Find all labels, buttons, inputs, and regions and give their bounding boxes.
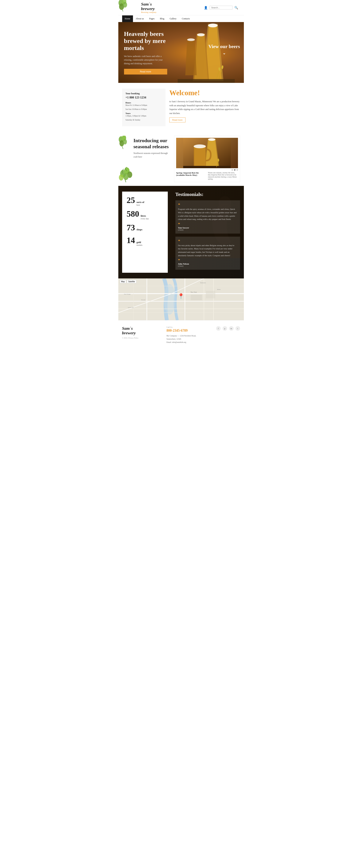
hops-decoration-seasonal-bottom — [118, 166, 136, 183]
stat-medals: 14 gold medals — [127, 236, 163, 246]
map-marker: 📍 — [178, 293, 184, 299]
map-svg: New York Newark East Orange Jersey City … — [118, 278, 244, 320]
footer-social-icons: f p in t — [211, 326, 240, 331]
logo[interactable]: Sam`sbrewery Brewing company — [141, 2, 157, 13]
svg-rect-50 — [118, 278, 244, 320]
hops-decoration-seasonal-top — [118, 136, 130, 151]
footer-contact: Call Us: 800-2345-6789 My Company — 1234… — [166, 326, 207, 344]
svg-text:Bronx: Bronx — [217, 289, 221, 290]
nav-item-pages[interactable]: Pages — [147, 16, 157, 22]
hero-title: Heavenly beers brewed by mere mortals — [124, 30, 167, 51]
footer-phone[interactable]: 800-2345-6789 — [166, 329, 207, 333]
map-controls: Map Satellite — [120, 280, 136, 283]
quote-close-1: ❞ — [178, 222, 180, 226]
quote-open-2: ❝ — [178, 239, 180, 243]
view-beers-cta[interactable]: View our beers ⌄ — [208, 44, 240, 55]
testimonial-2-text: I'm very picky about tripels and other B… — [178, 244, 238, 257]
footer-call-label: Call Us: — [166, 326, 207, 328]
nav-item-gallery[interactable]: Gallery — [167, 16, 179, 22]
testimonials-title: Testimonials: — [175, 192, 240, 197]
svg-point-7 — [208, 24, 218, 27]
nav-item-blog[interactable]: Blog — [157, 16, 167, 22]
svg-point-26 — [123, 173, 129, 180]
footer-address-2: Somewhere, 12345 — [166, 337, 207, 341]
seasonal-description: Northwest seasons expressed through craf… — [134, 152, 170, 159]
tour-phone: +1 800 123 1234 — [126, 96, 162, 99]
main-nav: Home About us Pages Blog Gallery Contact… — [118, 16, 244, 22]
testimonial-1-text: Fragrant with the spicy aromas of clove,… — [178, 208, 238, 221]
svg-rect-34 — [194, 146, 205, 166]
dot-2[interactable] — [234, 169, 235, 171]
social-pinterest[interactable]: p — [223, 326, 227, 331]
stats-overlay: 25 sorts of beer 580 litres every day 73 — [118, 186, 244, 278]
hours-label: Hours — [126, 101, 162, 104]
svg-text:Manhattan: Manhattan — [200, 282, 206, 284]
footer-brand-name: Sam`sbrewery — [122, 326, 163, 335]
seasonal-beer-card: Spring: Imperial Red Ale (available Marc… — [174, 136, 240, 182]
view-beers-arrow: ⌄ — [208, 51, 240, 55]
svg-rect-17 — [178, 79, 235, 83]
welcome-text: to Sam`s brewery in Grand Marais, Minnes… — [169, 100, 240, 115]
welcome-section: Tour booking +1 800 123 1234 Hours Mon-F… — [118, 83, 244, 132]
tour-booking-label: Tour booking — [126, 92, 162, 95]
hours-weekday: Mon-Fri 11:00am to 9:00pm — [126, 104, 162, 106]
nav-item-about[interactable]: About us — [133, 16, 147, 22]
beer-mugs-svg — [183, 138, 231, 168]
footer-address-1: My Company — 1234 Nowhere Road, — [166, 334, 207, 337]
stat-shops: 73 shops — [127, 223, 163, 232]
nav-item-home[interactable]: Home — [122, 16, 133, 22]
tours-days: Saturday & Sunday — [126, 119, 162, 121]
brand-tagline: Brewing company — [141, 11, 157, 13]
testimonial-2-author: John Nelson — [178, 263, 238, 265]
stats-box: 25 sorts of beer 580 litres every day 73 — [122, 192, 168, 273]
map-placeholder: New York Newark East Orange Jersey City … — [118, 278, 244, 320]
carousel-dots — [176, 169, 238, 171]
svg-text:Jersey City: Jersey City — [128, 307, 134, 308]
tour-booking-box: Tour booking +1 800 123 1234 Hours Mon-F… — [122, 89, 166, 126]
hops-decoration-top — [118, 0, 130, 12]
svg-text:New York: New York — [191, 291, 197, 293]
quote-open-1: ❝ — [178, 203, 180, 207]
beer-caption: Spring: Imperial Red Ale (available Marc… — [176, 172, 206, 176]
testimonial-1: ❝ Fragrant with the spicy aromas of clov… — [175, 200, 240, 234]
testimonial-2: ❝ I'm very picky about tripels and other… — [175, 237, 240, 270]
quote-close-2: ❞ — [178, 258, 180, 263]
footer-logo: Sam`sbrewery © 2016 | Privacy Policy — [122, 326, 163, 339]
hero-read-more-button[interactable]: Read more — [124, 69, 167, 74]
brand-name: Sam`sbrewery — [141, 2, 157, 11]
search-icon[interactable]: 🔍 — [234, 6, 238, 9]
svg-point-10 — [197, 33, 205, 36]
welcome-title: Welcome! — [169, 89, 240, 97]
testimonial-1-role: (client) — [178, 229, 238, 231]
welcome-content: Welcome! to Sam`s brewery in Grand Marai… — [169, 89, 240, 126]
svg-rect-71 — [206, 291, 215, 299]
map-tab[interactable]: Map — [120, 280, 126, 283]
user-icon[interactable]: 👤 — [204, 6, 208, 9]
svg-text:Newark: Newark — [141, 299, 145, 301]
social-linkedin[interactable]: in — [229, 326, 233, 331]
testimonial-1-author: Tom Sawyer — [178, 226, 238, 229]
social-twitter[interactable]: t — [235, 326, 240, 331]
dot-1[interactable] — [231, 169, 233, 171]
beer-description: Warm one minute, stormy the next, this I… — [208, 172, 238, 180]
stat-litres: 580 litres every day — [127, 209, 163, 220]
welcome-read-more-button[interactable]: Read more — [169, 118, 185, 122]
seasonal-section: Introducing our seasonal releases Northw… — [118, 132, 244, 186]
svg-point-35 — [194, 145, 206, 148]
seasonal-title: Introducing our seasonal releases — [134, 137, 170, 149]
svg-point-3 — [123, 2, 127, 8]
hero-description: We brew authentic craft beers and offer … — [124, 55, 167, 66]
beer-image — [176, 138, 238, 168]
footer-copyright: © 2016 | Privacy Policy — [122, 337, 163, 339]
dot-3[interactable] — [236, 169, 238, 171]
header-icons: 👤 🔍 — [204, 6, 238, 9]
svg-line-4 — [122, 9, 123, 11]
search-input[interactable] — [210, 6, 232, 9]
social-facebook[interactable]: f — [216, 326, 221, 331]
testimonials-area: Testimonials: ❝ Fragrant with the spicy … — [172, 186, 244, 278]
footer-email[interactable]: Email: info@smsblob.org — [166, 341, 207, 344]
stats-testimonials-section: 25 sorts of beer 580 litres every day 73 — [118, 186, 244, 278]
nav-item-contacts[interactable]: Contacts — [179, 16, 193, 22]
satellite-tab[interactable]: Satellite — [127, 280, 136, 283]
hero-section: Heavenly beers brewed by mere mortals We… — [118, 22, 244, 83]
